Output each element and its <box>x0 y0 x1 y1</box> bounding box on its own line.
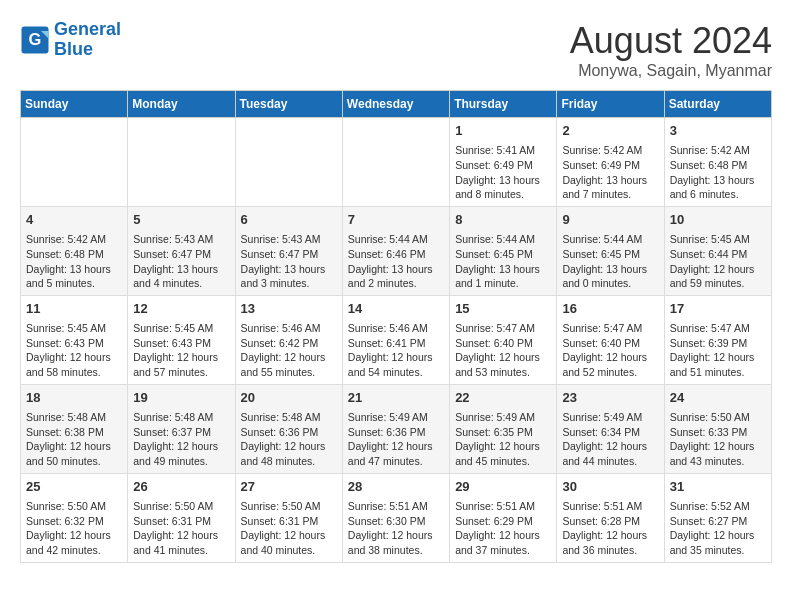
day-info: and 44 minutes. <box>562 454 658 469</box>
day-info: and 0 minutes. <box>562 276 658 291</box>
day-number: 23 <box>562 389 658 407</box>
day-info: and 59 minutes. <box>670 276 766 291</box>
day-number: 21 <box>348 389 444 407</box>
day-number: 1 <box>455 122 551 140</box>
day-info: Sunrise: 5:44 AM <box>562 232 658 247</box>
day-info: Daylight: 13 hours <box>348 262 444 277</box>
day-info: Sunrise: 5:42 AM <box>562 143 658 158</box>
day-info: and 48 minutes. <box>241 454 337 469</box>
day-info: Sunset: 6:46 PM <box>348 247 444 262</box>
day-info: Daylight: 12 hours <box>670 262 766 277</box>
day-number: 11 <box>26 300 122 318</box>
day-cell: 16Sunrise: 5:47 AMSunset: 6:40 PMDayligh… <box>557 295 664 384</box>
day-cell: 26Sunrise: 5:50 AMSunset: 6:31 PMDayligh… <box>128 473 235 562</box>
day-cell: 5Sunrise: 5:43 AMSunset: 6:47 PMDaylight… <box>128 206 235 295</box>
week-row-3: 11Sunrise: 5:45 AMSunset: 6:43 PMDayligh… <box>21 295 772 384</box>
day-info: and 5 minutes. <box>26 276 122 291</box>
day-info: Sunset: 6:29 PM <box>455 514 551 529</box>
day-info: and 35 minutes. <box>670 543 766 558</box>
day-info: Daylight: 12 hours <box>348 528 444 543</box>
day-info: Sunrise: 5:45 AM <box>26 321 122 336</box>
day-info: Sunrise: 5:45 AM <box>670 232 766 247</box>
day-cell: 15Sunrise: 5:47 AMSunset: 6:40 PMDayligh… <box>450 295 557 384</box>
day-number: 12 <box>133 300 229 318</box>
day-info: Daylight: 13 hours <box>241 262 337 277</box>
day-info: Sunset: 6:35 PM <box>455 425 551 440</box>
day-number: 8 <box>455 211 551 229</box>
day-info: Daylight: 13 hours <box>562 173 658 188</box>
day-info: and 57 minutes. <box>133 365 229 380</box>
day-info: Sunrise: 5:45 AM <box>133 321 229 336</box>
day-info: and 4 minutes. <box>133 276 229 291</box>
day-number: 16 <box>562 300 658 318</box>
day-cell: 10Sunrise: 5:45 AMSunset: 6:44 PMDayligh… <box>664 206 771 295</box>
day-info: Daylight: 13 hours <box>455 262 551 277</box>
day-info: and 36 minutes. <box>562 543 658 558</box>
day-info: Sunrise: 5:50 AM <box>133 499 229 514</box>
day-number: 22 <box>455 389 551 407</box>
day-cell: 3Sunrise: 5:42 AMSunset: 6:48 PMDaylight… <box>664 118 771 207</box>
day-number: 25 <box>26 478 122 496</box>
day-info: Sunrise: 5:43 AM <box>241 232 337 247</box>
day-number: 5 <box>133 211 229 229</box>
day-number: 17 <box>670 300 766 318</box>
day-info: Sunrise: 5:44 AM <box>455 232 551 247</box>
header-row: SundayMondayTuesdayWednesdayThursdayFrid… <box>21 91 772 118</box>
day-number: 4 <box>26 211 122 229</box>
day-info: Sunrise: 5:51 AM <box>562 499 658 514</box>
day-number: 15 <box>455 300 551 318</box>
day-cell <box>342 118 449 207</box>
day-info: Sunset: 6:36 PM <box>241 425 337 440</box>
day-info: Daylight: 12 hours <box>670 350 766 365</box>
day-info: Sunrise: 5:46 AM <box>348 321 444 336</box>
day-info: Sunset: 6:39 PM <box>670 336 766 351</box>
day-number: 26 <box>133 478 229 496</box>
day-info: and 40 minutes. <box>241 543 337 558</box>
logo: G General Blue <box>20 20 121 60</box>
day-info: Sunset: 6:40 PM <box>455 336 551 351</box>
day-info: and 43 minutes. <box>670 454 766 469</box>
day-info: and 54 minutes. <box>348 365 444 380</box>
day-number: 10 <box>670 211 766 229</box>
day-info: Daylight: 13 hours <box>455 173 551 188</box>
day-info: Daylight: 13 hours <box>133 262 229 277</box>
day-info: Sunrise: 5:50 AM <box>670 410 766 425</box>
day-info: Daylight: 12 hours <box>133 528 229 543</box>
day-info: Sunset: 6:40 PM <box>562 336 658 351</box>
day-info: Sunrise: 5:50 AM <box>241 499 337 514</box>
header-cell-saturday: Saturday <box>664 91 771 118</box>
day-info: Sunrise: 5:48 AM <box>26 410 122 425</box>
day-info: Sunrise: 5:50 AM <box>26 499 122 514</box>
day-number: 20 <box>241 389 337 407</box>
day-cell: 24Sunrise: 5:50 AMSunset: 6:33 PMDayligh… <box>664 384 771 473</box>
day-info: Sunset: 6:31 PM <box>241 514 337 529</box>
week-row-5: 25Sunrise: 5:50 AMSunset: 6:32 PMDayligh… <box>21 473 772 562</box>
day-info: Daylight: 12 hours <box>455 439 551 454</box>
day-info: Daylight: 12 hours <box>670 528 766 543</box>
day-info: Daylight: 12 hours <box>133 350 229 365</box>
day-number: 24 <box>670 389 766 407</box>
day-info: Sunset: 6:33 PM <box>670 425 766 440</box>
day-info: Sunrise: 5:49 AM <box>348 410 444 425</box>
day-cell: 18Sunrise: 5:48 AMSunset: 6:38 PMDayligh… <box>21 384 128 473</box>
day-cell: 25Sunrise: 5:50 AMSunset: 6:32 PMDayligh… <box>21 473 128 562</box>
day-info: and 1 minute. <box>455 276 551 291</box>
day-info: Sunrise: 5:49 AM <box>562 410 658 425</box>
day-number: 27 <box>241 478 337 496</box>
day-info: Sunset: 6:43 PM <box>133 336 229 351</box>
header-cell-monday: Monday <box>128 91 235 118</box>
week-row-2: 4Sunrise: 5:42 AMSunset: 6:48 PMDaylight… <box>21 206 772 295</box>
day-info: and 7 minutes. <box>562 187 658 202</box>
week-row-1: 1Sunrise: 5:41 AMSunset: 6:49 PMDaylight… <box>21 118 772 207</box>
day-info: Daylight: 13 hours <box>562 262 658 277</box>
logo-line1: General <box>54 19 121 39</box>
day-info: Sunrise: 5:46 AM <box>241 321 337 336</box>
day-info: and 6 minutes. <box>670 187 766 202</box>
day-info: Sunset: 6:28 PM <box>562 514 658 529</box>
day-cell: 20Sunrise: 5:48 AMSunset: 6:36 PMDayligh… <box>235 384 342 473</box>
day-number: 29 <box>455 478 551 496</box>
header-cell-friday: Friday <box>557 91 664 118</box>
day-cell: 1Sunrise: 5:41 AMSunset: 6:49 PMDaylight… <box>450 118 557 207</box>
day-info: Sunrise: 5:48 AM <box>133 410 229 425</box>
header-cell-wednesday: Wednesday <box>342 91 449 118</box>
